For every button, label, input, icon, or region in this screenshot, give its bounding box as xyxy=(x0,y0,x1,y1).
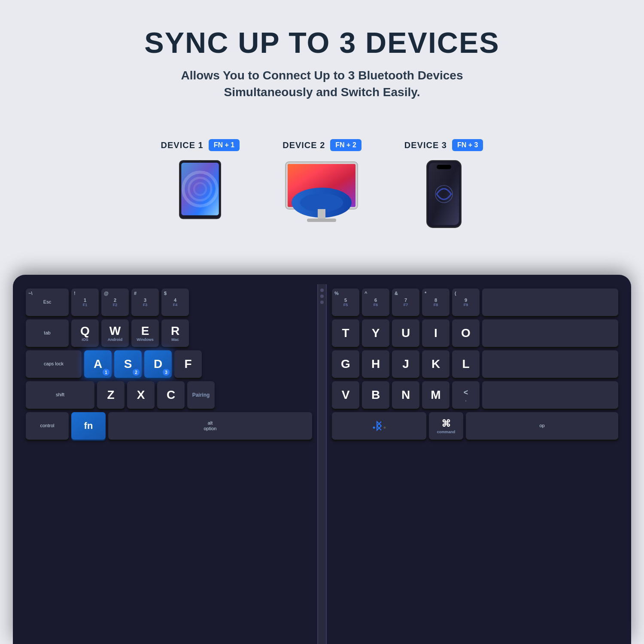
key-period[interactable] xyxy=(482,381,618,409)
key-e[interactable]: E Windows xyxy=(131,319,159,347)
key-j[interactable]: J xyxy=(392,350,419,378)
key-semicolon[interactable] xyxy=(482,350,618,378)
top-section: SYNC UP TO 3 DEVICES Allows You to Conne… xyxy=(0,0,644,118)
key-s[interactable]: S 2 xyxy=(114,350,142,378)
svg-rect-16 xyxy=(429,163,459,225)
device-1-label: DEVICE 1 xyxy=(161,140,204,150)
key-n[interactable]: N xyxy=(392,381,419,409)
key-extra-right-1[interactable] xyxy=(482,289,618,316)
key-u[interactable]: U xyxy=(392,319,419,347)
row-vbnm: V B N M < , xyxy=(332,381,618,409)
key-g[interactable]: G xyxy=(332,350,359,378)
row-function-right: % 5 F5 ^ 6 F6 & 7 F7 * 8 F8 xyxy=(332,289,618,316)
row-ghjkl: G H J K L xyxy=(332,350,618,378)
key-2-f2[interactable]: @ 2 F2 xyxy=(101,289,129,316)
subtitle: Allows You to Connect Up to 3 Bluetooth … xyxy=(9,67,635,100)
key-w[interactable]: W Android xyxy=(101,319,129,347)
row-function-left: ~\ Esc ! 1 F1 @ 2 F2 # 3 F3 xyxy=(26,289,312,316)
key-shift[interactable]: shift xyxy=(26,381,94,409)
row-tyuio: T Y U I O xyxy=(332,319,618,347)
key-option-right[interactable]: op xyxy=(466,412,618,440)
key-9-f9[interactable]: ( 9 F9 xyxy=(452,289,480,316)
key-tab[interactable]: tab xyxy=(26,319,69,347)
key-fn[interactable]: fn xyxy=(71,412,106,440)
key-1-f1[interactable]: ! 1 F1 xyxy=(71,289,99,316)
device-3-label: DEVICE 3 xyxy=(404,140,447,150)
hinge-dot-3 xyxy=(320,301,324,304)
key-4-f4[interactable]: $ 4 F4 xyxy=(161,289,189,316)
svg-rect-17 xyxy=(437,165,451,169)
svg-point-19 xyxy=(373,427,375,429)
key-q[interactable]: Q iOS xyxy=(71,319,99,347)
key-x[interactable]: X xyxy=(127,381,155,409)
key-r[interactable]: R Mac xyxy=(161,319,189,347)
hinge-dot-1 xyxy=(320,289,324,292)
key-i[interactable]: I xyxy=(422,319,450,347)
svg-point-20 xyxy=(384,427,386,429)
device-2: DEVICE 2 FN + 2 xyxy=(283,139,361,228)
svg-point-6 xyxy=(199,161,201,163)
key-esc[interactable]: ~\ Esc xyxy=(26,289,69,316)
key-b[interactable]: B xyxy=(362,381,389,409)
key-t[interactable]: T xyxy=(332,319,359,347)
devices-row: DEVICE 1 FN + 1 xyxy=(0,139,644,228)
key-c[interactable]: C xyxy=(157,381,185,409)
phone-icon xyxy=(425,160,463,228)
key-alt-option[interactable]: alt option xyxy=(108,412,312,440)
svg-rect-13 xyxy=(307,219,336,222)
device-3-badge: FN + 3 xyxy=(452,139,483,151)
key-5-f5[interactable]: % 5 F5 xyxy=(332,289,359,316)
key-l[interactable]: L xyxy=(452,350,480,378)
bluetooth-icon xyxy=(371,420,388,432)
keyboard-left: ~\ Esc ! 1 F1 @ 2 F2 # 3 F3 xyxy=(21,284,317,644)
key-comma[interactable]: < , xyxy=(452,381,480,409)
row-asdf: caps lock A 1 S 2 D 3 F xyxy=(26,350,312,378)
device-2-label: DEVICE 2 xyxy=(283,140,325,150)
row-bottom-left: control fn alt option xyxy=(26,412,312,440)
device-1-badge: FN + 1 xyxy=(209,139,240,151)
key-y[interactable]: Y xyxy=(362,319,389,347)
key-command[interactable]: ⌘ command xyxy=(429,412,463,440)
key-8-f8[interactable]: * 8 F8 xyxy=(422,289,450,316)
key-o[interactable]: O xyxy=(452,319,480,347)
key-z[interactable]: Z xyxy=(97,381,125,409)
monitor-icon xyxy=(283,160,361,228)
ipad-icon xyxy=(170,160,230,220)
device-3: DEVICE 3 FN + 3 xyxy=(404,139,483,228)
key-d[interactable]: D 3 xyxy=(144,350,172,378)
row-qwer: tab Q iOS W Android E Windows R Mac xyxy=(26,319,312,347)
keyboard-hinge xyxy=(317,284,327,644)
key-control[interactable]: control xyxy=(26,412,69,440)
key-h[interactable]: H xyxy=(362,350,389,378)
row-bottom-right: ⌘ command op xyxy=(332,412,618,440)
hinge-dot-2 xyxy=(320,295,324,298)
row-zxcv: shift Z X C Pairing xyxy=(26,381,312,409)
key-capslock[interactable]: caps lock xyxy=(26,350,82,378)
key-f[interactable]: F xyxy=(174,350,202,378)
keyboard-section: ~\ Esc ! 1 F1 @ 2 F2 # 3 F3 xyxy=(0,275,644,644)
key-a[interactable]: A 1 xyxy=(84,350,112,378)
key-v-right[interactable]: V xyxy=(332,381,359,409)
device-1: DEVICE 1 FN + 1 xyxy=(161,139,240,220)
keyboard-body: ~\ Esc ! 1 F1 @ 2 F2 # 3 F3 xyxy=(13,275,631,644)
key-p[interactable] xyxy=(482,319,618,347)
device-2-badge: FN + 2 xyxy=(330,139,361,151)
key-7-f7[interactable]: & 7 F7 xyxy=(392,289,419,316)
key-3-f3[interactable]: # 3 F3 xyxy=(131,289,159,316)
key-k[interactable]: K xyxy=(422,350,450,378)
key-spacebar-right[interactable] xyxy=(332,412,426,440)
key-v-pairing[interactable]: Pairing xyxy=(187,381,215,409)
svg-rect-12 xyxy=(318,209,325,219)
keyboard-right: % 5 F5 ^ 6 F6 & 7 F7 * 8 F8 xyxy=(327,284,623,644)
page-title: SYNC UP TO 3 DEVICES xyxy=(9,26,635,59)
key-m[interactable]: M xyxy=(422,381,450,409)
key-6-f6[interactable]: ^ 6 F6 xyxy=(362,289,389,316)
